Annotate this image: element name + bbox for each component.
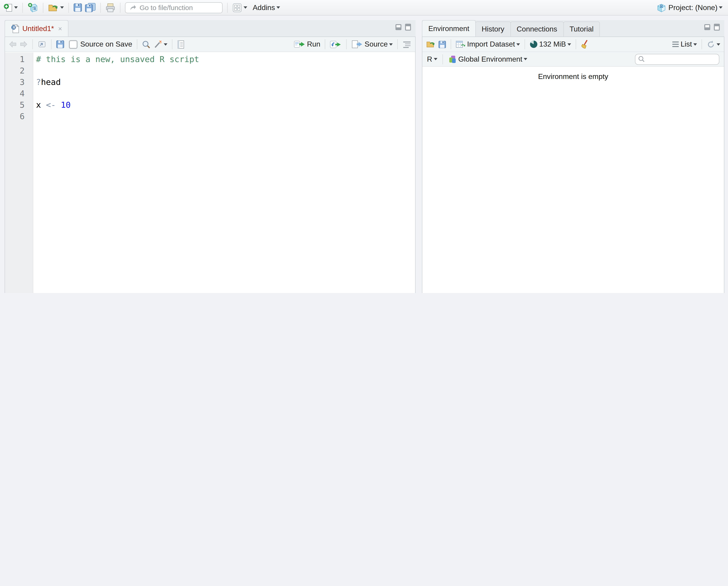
run-button[interactable]: Run	[294, 40, 320, 48]
tab-environment[interactable]: Environment	[422, 20, 476, 36]
toolbar-separator	[120, 2, 121, 12]
save-button[interactable]	[73, 3, 82, 12]
source-button[interactable]: Source	[352, 40, 393, 48]
code-tools-button[interactable]	[153, 40, 167, 49]
rerun-icon[interactable]	[330, 41, 342, 48]
memory-caret-icon	[567, 43, 571, 45]
environment-body: Import Dataset 132 MiB	[422, 36, 724, 293]
goto-file-input[interactable]: Go to file/function	[125, 2, 223, 13]
maximize-icon[interactable]	[405, 24, 411, 31]
line-number: 1	[5, 53, 25, 65]
source-on-save-label: Source on Save	[80, 40, 132, 48]
refresh-icon	[707, 40, 715, 49]
source-editor-pane: R Untitled1* ×	[5, 20, 416, 293]
toolbar-separator	[451, 39, 451, 49]
list-view-button[interactable]: List	[672, 40, 697, 48]
line-number: 3	[5, 76, 25, 87]
line-number: 5	[5, 99, 25, 110]
toolbar-separator	[172, 39, 173, 49]
new-project-button[interactable]: R	[27, 2, 38, 13]
import-dataset-button[interactable]: Import Dataset	[456, 40, 520, 48]
toolbar-separator	[397, 39, 398, 49]
environment-layers-icon	[448, 54, 457, 63]
addins-caret-icon	[277, 6, 280, 9]
magic-wand-icon	[153, 40, 162, 49]
toolbar-separator	[137, 39, 137, 49]
memory-usage-button[interactable]: 132 MiB	[529, 40, 571, 48]
addins-button[interactable]: Addins	[253, 3, 280, 11]
code-token: head	[41, 77, 61, 87]
source-on-save-checkbox[interactable]	[69, 40, 78, 49]
panes-layout-icon	[232, 2, 242, 12]
runtime-selector[interactable]: R	[427, 55, 437, 63]
new-file-caret-icon	[14, 6, 18, 9]
code-line	[36, 87, 415, 99]
toolbar-separator	[575, 39, 576, 49]
toolbar-separator	[525, 39, 525, 49]
line-number: 4	[5, 87, 25, 99]
environment-scope-selector[interactable]: Global Environment	[448, 54, 527, 63]
new-file-icon	[4, 3, 13, 12]
minimize-icon[interactable]	[704, 24, 710, 30]
environment-search-input[interactable]	[635, 54, 719, 65]
minimize-icon[interactable]	[395, 24, 401, 30]
popout-icon[interactable]	[37, 40, 47, 48]
save-all-icon	[85, 3, 96, 12]
project-selector[interactable]: R Project: (None)	[656, 2, 723, 13]
print-button[interactable]	[105, 3, 115, 12]
run-label: Run	[307, 40, 320, 48]
project-cube-icon: R	[656, 2, 667, 13]
toolbar-separator	[442, 54, 443, 64]
list-view-label: List	[681, 40, 692, 48]
r-script-file-icon: R	[11, 24, 19, 33]
goto-file-placeholder: Go to file/function	[139, 4, 193, 11]
save-workspace-icon[interactable]	[438, 41, 446, 48]
environment-tabstrip: Environment History Connections Tutorial	[422, 20, 724, 36]
open-file-button[interactable]	[48, 3, 64, 12]
clear-objects-broom-icon[interactable]	[580, 39, 590, 49]
save-icon[interactable]	[56, 40, 64, 48]
tab-environment-label: Environment	[428, 24, 469, 33]
maximize-icon[interactable]	[714, 24, 720, 31]
list-view-caret-icon	[693, 43, 697, 45]
workspace-panes-button[interactable]	[232, 2, 247, 12]
project-caret-icon	[719, 6, 723, 9]
code-token: # this is a new, unsaved R script	[36, 54, 199, 64]
search-icon	[638, 56, 645, 62]
tab-history[interactable]: History	[475, 22, 511, 36]
refresh-environment-button[interactable]	[707, 40, 720, 49]
search-icon[interactable]	[142, 40, 151, 49]
save-icon	[73, 3, 82, 12]
tab-close-icon[interactable]: ×	[58, 25, 62, 32]
memory-usage-label: 132 MiB	[539, 40, 566, 48]
editor-tab-untitled1[interactable]: R Untitled1* ×	[5, 20, 69, 36]
new-project-icon: R	[27, 2, 38, 13]
editor-tabstrip: R Untitled1* ×	[5, 20, 416, 36]
code-editor[interactable]: 123456 # this is a new, unsaved R script…	[5, 52, 415, 293]
environment-scope-label: Global Environment	[458, 55, 522, 63]
load-workspace-icon[interactable]	[426, 40, 436, 48]
source-caret-icon	[389, 43, 393, 45]
toolbar-separator	[32, 39, 33, 49]
source-label: Source	[365, 40, 388, 48]
tab-connections[interactable]: Connections	[510, 22, 564, 36]
toolbar-separator	[346, 39, 347, 49]
editor-toolbar: Source on Save	[5, 37, 415, 52]
back-icon[interactable]	[9, 41, 17, 48]
code-token: ?	[36, 77, 41, 87]
document-outline-icon[interactable]	[402, 41, 411, 48]
toolbar-separator	[22, 2, 23, 12]
import-dataset-label: Import Dataset	[467, 40, 515, 48]
line-number-gutter: 123456	[5, 52, 33, 293]
new-file-button[interactable]	[4, 3, 18, 12]
forward-icon[interactable]	[20, 41, 28, 48]
source-icon	[352, 40, 363, 48]
tab-tutorial[interactable]: Tutorial	[563, 22, 600, 36]
panes-caret-icon	[243, 6, 247, 9]
goto-arrow-icon	[129, 4, 136, 11]
code-line: # this is a new, unsaved R script	[36, 53, 415, 65]
save-all-button[interactable]	[85, 3, 96, 12]
compile-report-icon[interactable]	[177, 40, 185, 49]
code-line: x <- 10	[36, 99, 415, 110]
refresh-caret-icon	[717, 43, 720, 45]
